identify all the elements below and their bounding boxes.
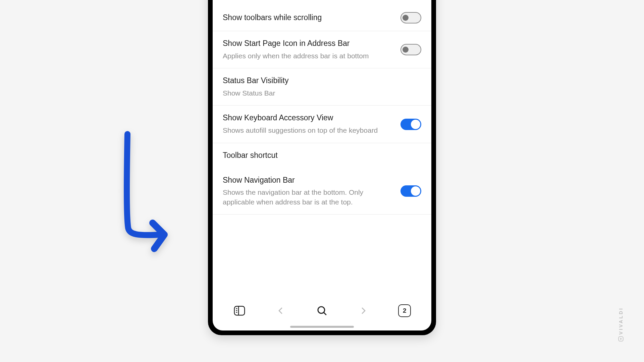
forward-button[interactable]	[356, 303, 371, 318]
svg-marker-8	[621, 338, 622, 340]
brand-label: VIVALDI	[618, 307, 624, 335]
bottom-navigation-bar: 2	[213, 296, 431, 326]
setting-subtitle: Applies only when the address bar is at …	[223, 51, 394, 61]
settings-list: Show toolbars while scrolling Show Start…	[213, 0, 431, 296]
annotation-arrow-icon	[114, 131, 195, 258]
brand-watermark: VIVALDI	[618, 307, 624, 342]
setting-title: Show toolbars while scrolling	[223, 13, 394, 23]
setting-status-bar-visibility[interactable]: Status Bar Visibility Show Status Bar	[213, 68, 431, 106]
setting-keyboard-accessory[interactable]: Show Keyboard Accessory View Shows autof…	[213, 106, 431, 143]
setting-title: Show Keyboard Accessory View	[223, 113, 394, 123]
setting-show-navigation-bar[interactable]: Show Navigation Bar Shows the navigation…	[213, 168, 431, 215]
setting-show-start-page-icon[interactable]: Show Start Page Icon in Address Bar Appl…	[213, 31, 431, 68]
chevron-right-icon	[358, 306, 368, 316]
tab-count-badge: 2	[398, 304, 411, 317]
setting-toolbar-shortcut[interactable]: Toolbar shortcut	[213, 143, 431, 168]
vivaldi-logo-icon	[618, 336, 624, 342]
home-indicator-icon	[290, 326, 354, 328]
setting-show-toolbars-scrolling[interactable]: Show toolbars while scrolling	[213, 5, 431, 31]
phone-screen: Show toolbars while scrolling Show Start…	[213, 0, 431, 330]
toggle-keyboard-accessory[interactable]	[400, 119, 421, 130]
setting-subtitle: Show Status Bar	[223, 88, 421, 98]
toggle-show-start-page-icon[interactable]	[400, 44, 421, 55]
panel-icon	[233, 304, 246, 317]
search-button[interactable]	[315, 303, 329, 318]
toggle-show-navigation-bar[interactable]	[400, 185, 421, 197]
setting-title: Toolbar shortcut	[223, 150, 421, 161]
setting-title: Show Navigation Bar	[223, 175, 394, 185]
setting-subtitle: Shows autofill suggestions on top of the…	[223, 126, 394, 135]
svg-point-5	[318, 307, 325, 313]
panel-button[interactable]	[232, 303, 247, 318]
setting-title: Show Start Page Icon in Address Bar	[223, 39, 394, 49]
svg-line-6	[324, 313, 326, 315]
toggle-show-toolbars-scrolling[interactable]	[400, 12, 421, 23]
chevron-left-icon	[276, 306, 286, 316]
search-icon	[316, 305, 328, 316]
tabs-button[interactable]: 2	[397, 303, 412, 318]
setting-title: Status Bar Visibility	[223, 76, 421, 86]
phone-mockup: Show toolbars while scrolling Show Start…	[208, 0, 436, 335]
svg-rect-0	[234, 306, 244, 315]
back-button[interactable]	[273, 303, 288, 318]
setting-subtitle: Shows the navigation bar at the bottom. …	[223, 188, 394, 207]
